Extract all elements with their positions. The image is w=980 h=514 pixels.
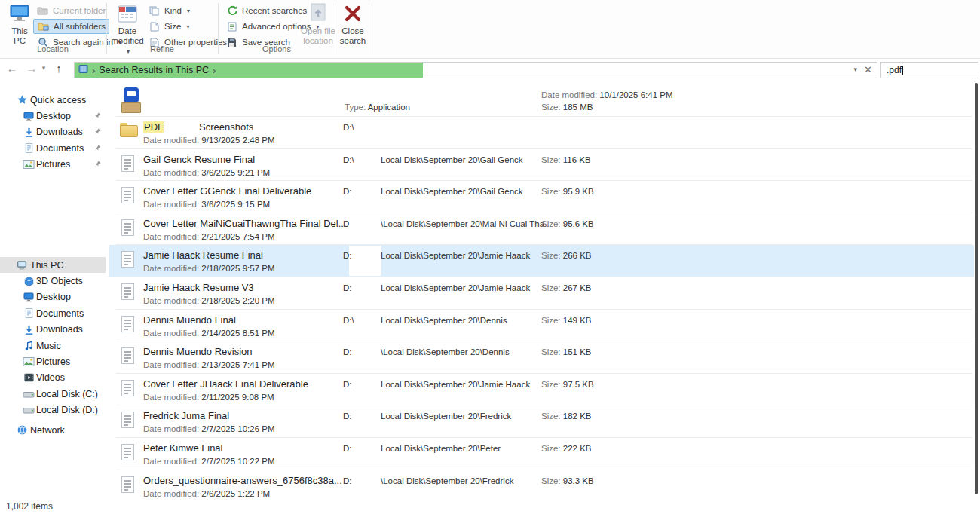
refine-group-label: Refine	[124, 44, 200, 54]
file-name: Dennis Muendo Revision	[143, 346, 253, 357]
pictures-icon	[23, 158, 35, 170]
item-count: 1,002 items	[6, 501, 53, 512]
file-drive: D:\	[343, 155, 354, 164]
all-subfolders-button[interactable]: All subfolders	[33, 19, 109, 34]
file-row[interactable]: Gail Genck Resume FinalDate modified: 3/…	[109, 149, 974, 182]
sidebar-item-pictures[interactable]: Pictures	[0, 157, 106, 173]
file-name: Jamie Haack Resume V3	[143, 282, 254, 293]
file-date: Date modified: 2/11/2025 9:08 PM	[143, 393, 274, 402]
sidebar-item-documents[interactable]: Documents	[0, 140, 106, 156]
file-row[interactable]: Cover Letter JHaack Final DeliverableDat…	[109, 374, 974, 406]
size-button[interactable]: Size ▾	[145, 19, 192, 34]
forward-button[interactable]: →	[24, 62, 39, 75]
file-row[interactable]: PDFScreenshotsDate modified: 9/13/2025 2…	[109, 117, 974, 149]
address-bar[interactable]: › Search Results in This PC › ▾ ✕	[74, 62, 877, 78]
sidebar-item-desktop[interactable]: Desktop	[0, 289, 106, 305]
file-size: Size: 97.5 KB	[541, 380, 594, 389]
computer-icon	[8, 2, 31, 25]
search-input[interactable]: .pdf	[880, 62, 978, 78]
group-separator	[335, 3, 335, 54]
file-size: Size: 93.3 KB	[541, 476, 594, 485]
file-path: Local Disk\September 20\Jamie Haack	[381, 283, 530, 292]
file-size: Size: 185 MB	[541, 102, 593, 112]
sidebar-item-pictures[interactable]: Pictures	[0, 353, 106, 369]
file-row[interactable]: Cover Letter MaiNiCuaiThawngTha Final De…	[109, 213, 974, 246]
open-location-icon	[308, 2, 328, 25]
save-icon	[225, 36, 238, 48]
sidebar-section-network[interactable]: Network	[0, 422, 106, 438]
file-size: Size: 266 KB	[541, 251, 592, 260]
desktop-icon	[23, 110, 35, 122]
sidebar-item-local-disk-c-[interactable]: Local Disk (C:)	[0, 386, 106, 402]
folder-icon	[36, 5, 49, 17]
file-date: Date modified: 3/6/2025 9:21 PM	[143, 168, 270, 177]
file-drive: D:	[343, 380, 352, 389]
sidebar-item-local-disk-d-[interactable]: Local Disk (D:)	[0, 402, 106, 418]
sidebar-item-documents[interactable]: Documents	[0, 305, 106, 321]
file-row[interactable]: Orders_questionnaire-answers_6756f8c38a.…	[109, 470, 974, 503]
file-drive: D:	[343, 187, 352, 196]
open-file-location-button[interactable]: Open file location	[299, 2, 338, 46]
file-date: Date modified: 3/6/2025 9:15 PM	[143, 200, 270, 209]
file-size: Size: 182 KB	[541, 412, 592, 421]
document-icon	[121, 476, 134, 493]
pictures-icon	[23, 356, 35, 368]
file-row[interactable]: Jamie Haack Resume FinalDate modified: 2…	[109, 245, 974, 277]
stop-refresh-button[interactable]: ✕	[864, 64, 872, 75]
kind-button[interactable]: Kind ▾	[145, 3, 193, 18]
file-size: Size: 95.9 KB	[541, 187, 594, 196]
file-name: Fredrick Juma Final	[143, 410, 229, 421]
file-row[interactable]: Type: ApplicationDate modified: 10/1/202…	[109, 84, 974, 117]
file-drive: D:	[343, 251, 352, 260]
pin-icon	[93, 112, 103, 121]
ribbon: This PC Current folder All subfolders Se…	[0, 0, 980, 59]
file-drive: D:	[343, 283, 352, 292]
current-folder-button[interactable]: Current folder	[33, 3, 109, 18]
document-icon	[121, 155, 134, 172]
file-name: Cover Letter JHaack Final Deliverable	[143, 378, 308, 390]
recent-locations-chevron[interactable]: ▾	[39, 64, 48, 72]
sidebar-item-3d-objects[interactable]: 3D Objects	[0, 273, 106, 289]
file-row[interactable]: Peter Kimwe FinalDate modified: 2/7/2025…	[109, 438, 974, 470]
music-icon	[23, 340, 35, 352]
file-row[interactable]: Cover Letter GGenck Final DeliverableDat…	[109, 181, 974, 213]
sidebar-section-quick-access[interactable]: Quick access	[0, 92, 106, 108]
sidebar-section-this-pc[interactable]: This PC	[0, 257, 106, 273]
search-term-highlight: PDF	[143, 121, 164, 133]
vertical-scrollbar[interactable]	[975, 83, 978, 494]
file-row[interactable]: Dennis Muendo RevisionDate modified: 2/1…	[109, 341, 974, 374]
pin-icon	[93, 144, 103, 153]
this-pc-button[interactable]: This PC	[6, 2, 33, 46]
file-row[interactable]: Dennis Muendo FinalDate modified: 2/14/2…	[109, 310, 974, 342]
file-name: Dennis Muendo Final	[143, 314, 236, 326]
back-button[interactable]: ←	[5, 62, 20, 75]
file-row[interactable]: Jamie Haack Resume V3Date modified: 2/18…	[109, 277, 974, 310]
breadcrumb-text[interactable]: Search Results in This PC	[99, 65, 209, 75]
breadcrumb[interactable]: › Search Results in This PC ›	[78, 63, 216, 78]
close-search-button[interactable]: Close search	[338, 2, 368, 46]
dropdown-arrow-icon: ▾	[186, 23, 189, 30]
file-row[interactable]: Fredrick Juma FinalDate modified: 2/7/20…	[109, 405, 974, 438]
text-caret	[902, 66, 903, 75]
file-size: Size: 151 KB	[541, 347, 592, 356]
file-path: Local Disk\September 20\Jamie Haack	[381, 380, 530, 389]
file-name: Gail Genck Resume Final	[143, 154, 255, 165]
document-icon	[121, 380, 134, 396]
sidebar-item-desktop[interactable]: Desktop	[0, 108, 106, 124]
sidebar-item-downloads[interactable]: Downloads	[0, 322, 106, 338]
file-path: Local Disk\September 20\Fredrick	[381, 412, 511, 421]
up-button[interactable]: ↑	[51, 62, 66, 75]
documents-icon	[23, 142, 35, 155]
status-bar: 1,002 items	[0, 500, 980, 514]
address-dropdown-chevron[interactable]: ▾	[853, 66, 857, 73]
downloads-icon	[23, 126, 35, 138]
file-name: Peter Kimwe Final	[143, 442, 222, 454]
file-drive: D:	[343, 347, 352, 356]
dropdown-arrow-icon: ▾	[187, 8, 190, 14]
file-type: Type: Application	[345, 102, 410, 112]
sidebar-item-music[interactable]: Music	[0, 338, 106, 353]
sidebar-item-downloads[interactable]: Downloads	[0, 124, 106, 140]
sidebar-item-videos[interactable]: Videos	[0, 370, 106, 386]
file-name: Orders_questionnaire-answers_6756f8c38a.…	[143, 475, 342, 486]
document-icon	[121, 187, 134, 203]
